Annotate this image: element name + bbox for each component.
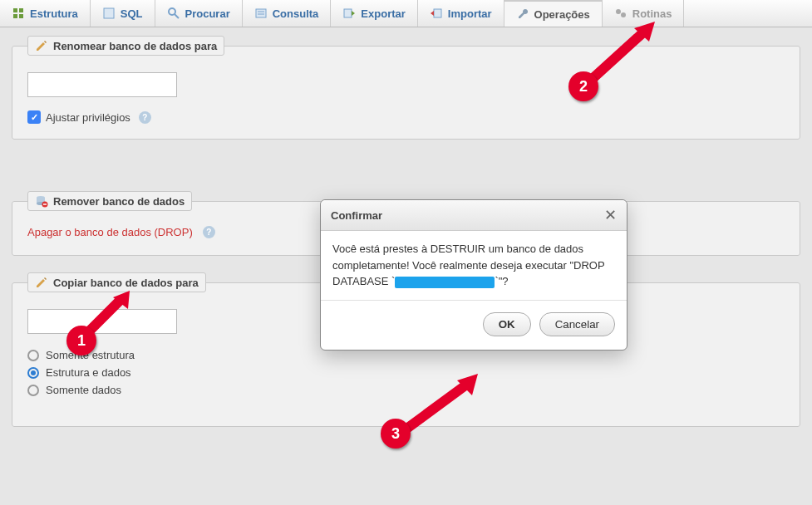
panel-copy-title: Copiar banco de dados para [53,277,199,289]
svg-line-6 [175,14,179,18]
svg-rect-2 [13,14,17,18]
adjust-privileges-row[interactable]: Ajustar privilégios ? [27,110,785,124]
radio-icon [27,385,39,396]
panel-copy-legend: Copiar banco de dados para [27,272,206,292]
tab-export[interactable]: Exportar [331,0,417,27]
tab-query[interactable]: Consulta [243,0,332,27]
tab-label: Importar [448,7,492,20]
panel-remove-title: Remover banco de dados [53,195,185,208]
checkbox-checked-icon [27,110,41,124]
wrench-icon [516,7,529,21]
radio-label: Estrutura e dados [46,366,131,379]
tab-label: SQL [121,7,143,20]
svg-point-5 [169,8,175,15]
tab-label: Procurar [185,7,230,20]
tab-label: Rotinas [632,7,672,20]
modal-footer: OK Cancelar [321,301,627,350]
svg-rect-7 [256,9,266,17]
radio-checked-icon [27,367,39,379]
panel-rename-title: Renomear banco de dados para [53,40,217,52]
confirm-modal: Confirmar ✕ Você está prestes à DESTRUIR… [320,199,627,351]
ok-button[interactable]: OK [483,312,531,336]
modal-header: Confirmar ✕ [321,200,627,231]
tab-structure[interactable]: Estrutura [0,0,91,27]
annotation-marker-1: 1 [66,326,96,355]
top-tabs: Estrutura SQL Procurar Consulta Exportar… [0,0,812,27]
sql-icon [102,7,116,20]
svg-line-20 [588,33,642,83]
svg-rect-1 [19,8,23,12]
svg-rect-4 [104,8,114,18]
panel-rename-legend: Renomear banco de dados para [27,36,224,56]
drop-link-text: Apagar o banco de dados (DROP) [27,226,193,238]
modal-title: Confirmar [331,209,382,222]
annotation-marker-2: 2 [568,71,598,101]
tab-sql[interactable]: SQL [91,0,155,27]
redacted-db-name [395,277,495,288]
panel-rename: Renomear banco de dados para Ajustar pri… [12,36,800,140]
help-icon[interactable]: ? [203,226,215,238]
export-icon [342,7,356,20]
tab-label: Consulta [273,7,319,20]
pencil-icon [35,39,48,52]
svg-point-13 [621,12,626,17]
tab-import[interactable]: Importar [418,0,504,27]
svg-line-24 [402,385,465,432]
import-icon [430,7,443,20]
annotation-marker-3: 3 [381,419,411,449]
query-icon [254,7,268,20]
radio-label: Somente dados [46,384,121,396]
modal-body-suffix: `"? [495,275,508,287]
adjust-privileges-label: Ajustar privilégios [46,111,130,124]
cancel-button[interactable]: Cancelar [539,312,615,336]
help-icon[interactable]: ? [139,111,151,124]
tab-label: Estrutura [30,7,78,20]
svg-rect-3 [19,14,23,18]
tab-search[interactable]: Procurar [155,0,243,27]
svg-point-12 [616,9,621,14]
pencil-icon [35,276,48,289]
modal-body: Você está prestes à DESTRUIR um banco de… [321,231,627,301]
svg-rect-11 [434,9,441,17]
rename-input[interactable] [27,72,177,97]
panel-remove-legend: Remover banco de dados [27,191,192,211]
svg-rect-0 [13,8,17,12]
svg-rect-10 [344,9,352,17]
radio-icon [27,350,39,361]
tab-label: Exportar [361,7,405,20]
tab-label: Operações [534,8,590,21]
search-icon [167,7,180,20]
database-remove-icon [35,194,48,208]
gears-icon [614,7,627,20]
structure-icon [12,7,25,20]
close-icon[interactable]: ✕ [604,208,617,223]
